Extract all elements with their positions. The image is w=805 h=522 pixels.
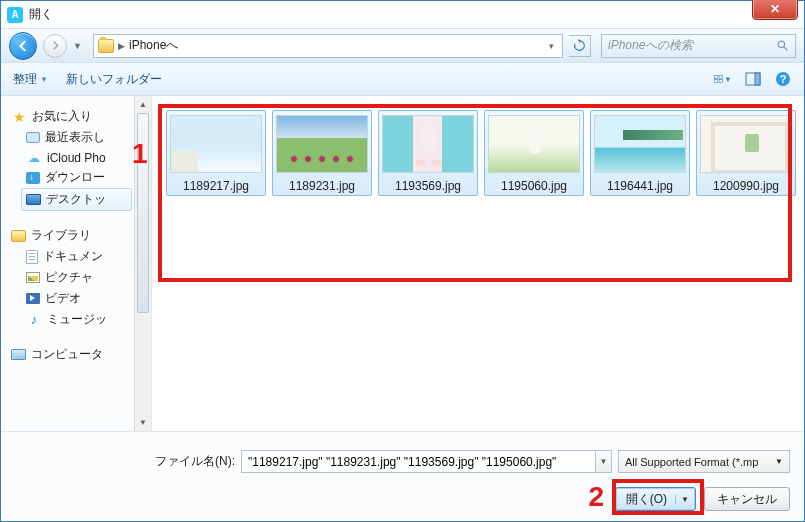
app-icon: A (7, 7, 23, 23)
download-icon (26, 172, 40, 184)
view-options-button[interactable]: ▼ (714, 70, 732, 88)
sidebar-item-videos[interactable]: ビデオ (1, 288, 134, 309)
window-title: 開く (29, 6, 53, 23)
toolbar: 整理 ▼ 新しいフォルダー ▼ ? (1, 63, 804, 96)
file-name: 1195060.jpg (501, 179, 567, 193)
sidebar-item-label: ミュージッ (47, 311, 107, 328)
content-area: お気に入り 最近表示し iCloud Pho ダウンロー デスクトッ ライブラリ… (1, 96, 804, 431)
sidebar-item-label: ビデオ (45, 290, 81, 307)
help-button[interactable]: ? (774, 70, 792, 88)
dialog-footer: ファイル名(N): ▼ All Supported Format (*.mp ▼… (1, 431, 804, 521)
sidebar-item-label: ピクチャ (45, 269, 93, 286)
file-item[interactable]: 1193569.jpg (378, 110, 478, 196)
preview-pane-button[interactable] (744, 70, 762, 88)
search-input[interactable]: iPhoneへの検索 (601, 34, 796, 58)
sidebar-libraries[interactable]: ライブラリ (1, 225, 134, 246)
file-thumbnail (170, 115, 262, 173)
svg-rect-4 (719, 80, 722, 83)
sidebar-item-label: ドキュメン (43, 248, 103, 265)
svg-point-0 (778, 41, 785, 48)
sidebar-computer[interactable]: コンピュータ (1, 344, 134, 365)
cloud-icon (26, 150, 42, 165)
file-item[interactable]: 1195060.jpg (484, 110, 584, 196)
close-icon: ✕ (770, 2, 780, 16)
folder-icon (98, 39, 114, 53)
sidebar-favorites[interactable]: お気に入り (1, 106, 134, 127)
scroll-down-icon[interactable]: ▼ (135, 414, 151, 431)
cancel-button[interactable]: キャンセル (704, 487, 790, 511)
open-label: 開く(O) (626, 491, 667, 508)
refresh-button[interactable] (569, 35, 591, 57)
sidebar-item-label: デスクトッ (46, 191, 106, 208)
chevron-down-icon: ▼ (724, 75, 732, 84)
address-bar[interactable]: ▶ iPhoneへ ▾ (93, 34, 563, 58)
open-dialog: A 開く ✕ ▼ ▶ iPhoneへ ▾ iPhoneへの検索 整理 ▼ (0, 0, 805, 522)
chevron-down-icon[interactable]: ▾ (545, 41, 558, 51)
open-split-dropdown[interactable]: ▼ (675, 495, 689, 504)
navigation-bar: ▼ ▶ iPhoneへ ▾ iPhoneへの検索 (1, 28, 804, 63)
filetype-label: All Supported Format (*.mp (625, 456, 758, 468)
favorites-label: お気に入り (32, 108, 92, 125)
new-folder-label: 新しいフォルダー (66, 71, 162, 88)
file-thumbnail (700, 115, 792, 173)
search-placeholder: iPhoneへの検索 (608, 37, 693, 54)
music-icon (26, 312, 42, 327)
svg-text:?: ? (780, 73, 787, 85)
file-thumbnail (276, 115, 368, 173)
computer-icon (11, 349, 26, 360)
video-icon (26, 293, 40, 304)
file-thumbnail (488, 115, 580, 173)
filename-label: ファイル名(N): (155, 453, 235, 470)
titlebar: A 開く ✕ (1, 1, 804, 28)
sidebar-item-downloads[interactable]: ダウンロー (1, 167, 134, 188)
chevron-right-icon: ▶ (118, 41, 125, 51)
sidebar-item-recent[interactable]: 最近表示し (1, 127, 134, 148)
close-button[interactable]: ✕ (752, 0, 798, 20)
sidebar-item-music[interactable]: ミュージッ (1, 309, 134, 330)
search-icon (776, 39, 789, 52)
sidebar-item-pictures[interactable]: ピクチャ (1, 267, 134, 288)
filename-input[interactable] (241, 450, 596, 473)
svg-rect-3 (715, 80, 718, 83)
history-dropdown[interactable]: ▼ (73, 41, 87, 51)
file-name: 1200990.jpg (713, 179, 779, 193)
library-icon (11, 230, 26, 242)
scroll-up-icon[interactable]: ▲ (135, 96, 151, 113)
chevron-down-icon: ▼ (775, 457, 783, 466)
cancel-label: キャンセル (717, 491, 777, 508)
file-item[interactable]: 1200990.jpg (696, 110, 796, 196)
file-item[interactable]: 1196441.jpg (590, 110, 690, 196)
refresh-icon (573, 39, 586, 52)
svg-rect-6 (755, 73, 760, 85)
new-folder-button[interactable]: 新しいフォルダー (66, 71, 162, 88)
annotation-number-1: 1 (132, 138, 148, 170)
forward-button[interactable] (43, 34, 67, 58)
tiles-icon (714, 71, 724, 87)
document-icon (26, 250, 38, 264)
file-name: 1189217.jpg (183, 179, 249, 193)
svg-rect-1 (715, 76, 718, 79)
libraries-label: ライブラリ (31, 227, 91, 244)
file-item[interactable]: 1189217.jpg (166, 110, 266, 196)
organize-menu[interactable]: 整理 ▼ (13, 71, 48, 88)
sidebar-item-desktop[interactable]: デスクトッ (21, 188, 132, 211)
file-name: 1189231.jpg (289, 179, 355, 193)
sidebar-item-label: 最近表示し (45, 129, 105, 146)
recent-icon (26, 132, 40, 143)
sidebar-item-label: ダウンロー (45, 169, 105, 186)
filename-dropdown[interactable]: ▼ (596, 450, 612, 473)
help-icon: ? (775, 71, 791, 87)
star-icon (11, 109, 27, 124)
svg-rect-2 (719, 76, 722, 79)
sidebar-item-documents[interactable]: ドキュメン (1, 246, 134, 267)
sidebar-item-icloud[interactable]: iCloud Pho (1, 148, 134, 167)
filetype-select[interactable]: All Supported Format (*.mp ▼ (618, 450, 790, 473)
open-button[interactable]: 開く(O) ▼ (615, 487, 696, 511)
picture-icon (26, 272, 40, 283)
file-list[interactable]: 1189217.jpg 1189231.jpg 1193569.jpg 1195… (151, 96, 804, 431)
pane-icon (745, 72, 761, 86)
file-item[interactable]: 1189231.jpg (272, 110, 372, 196)
computer-label: コンピュータ (31, 346, 103, 363)
organize-label: 整理 (13, 71, 37, 88)
back-button[interactable] (9, 32, 37, 60)
